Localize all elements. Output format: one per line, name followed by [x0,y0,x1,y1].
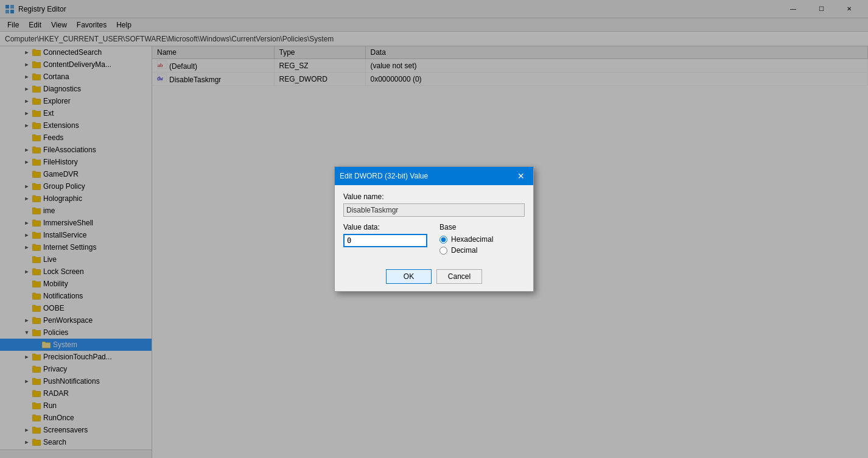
radio-hex-label: Hexadecimal [451,235,493,244]
dialog-left: Value data: [343,223,427,247]
ok-button[interactable]: OK [386,269,432,284]
dialog-body: Value name: Value data: Base Hexadecimal [335,185,533,291]
base-label: Base [439,223,525,231]
radio-dec-label: Decimal [451,246,477,255]
radio-dec-input[interactable] [439,247,447,255]
radio-decimal[interactable]: Decimal [439,246,525,255]
dialog-title: Edit DWORD (32-bit) Value [340,172,514,180]
dialog-right: Base Hexadecimal Decimal [439,223,525,255]
base-radio-group: Hexadecimal Decimal [439,235,525,255]
modal-overlay: Edit DWORD (32-bit) Value ✕ Value name: … [0,0,868,458]
edit-dword-dialog: Edit DWORD (32-bit) Value ✕ Value name: … [334,166,534,292]
dialog-titlebar: Edit DWORD (32-bit) Value ✕ [335,167,533,185]
value-data-label: Value data: [343,223,427,231]
dialog-buttons: OK Cancel [343,264,525,284]
value-data-input[interactable] [343,234,427,247]
radio-hex-input[interactable] [439,236,447,244]
value-name-label: Value name: [343,192,525,201]
dialog-close-button[interactable]: ✕ [514,169,528,183]
cancel-button[interactable]: Cancel [436,269,482,284]
dialog-row: Value data: Base Hexadecimal Decimal [343,223,525,255]
radio-hexadecimal[interactable]: Hexadecimal [439,235,525,244]
value-name-input[interactable] [343,203,525,217]
